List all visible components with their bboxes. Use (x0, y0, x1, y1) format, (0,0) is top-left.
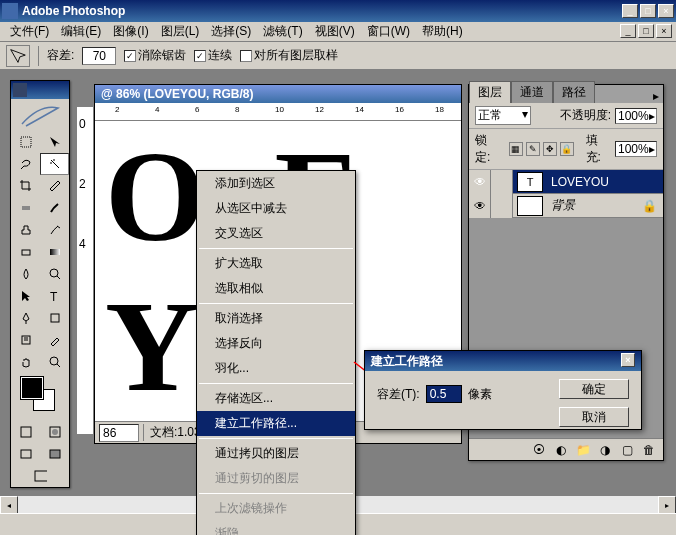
menu-image[interactable]: 图像(I) (107, 21, 154, 42)
layer-mask-icon[interactable]: ◐ (553, 442, 569, 458)
ctx-similar[interactable]: 选取相似 (197, 276, 355, 301)
heal-tool[interactable] (11, 197, 40, 219)
opacity-input[interactable]: 100%▸ (615, 108, 657, 124)
lock-move-icon[interactable]: ✥ (543, 142, 557, 156)
dialog-titlebar[interactable]: 建立工作路径 × (365, 351, 641, 371)
close-button[interactable]: × (658, 4, 674, 18)
link-slot[interactable] (491, 170, 513, 194)
layer-item[interactable]: 👁 背景 🔒 (469, 194, 663, 218)
ctx-intersect-selection[interactable]: 交叉选区 (197, 221, 355, 246)
ctx-save-selection[interactable]: 存储选区... (197, 386, 355, 411)
eraser-tool[interactable] (11, 241, 40, 263)
svg-text:T: T (50, 290, 58, 303)
maximize-button[interactable]: □ (640, 4, 656, 18)
antialias-checkbox[interactable]: ✓ (124, 50, 136, 62)
ctx-add-to-selection[interactable]: 添加到选区 (197, 171, 355, 196)
brush-tool[interactable] (40, 197, 69, 219)
history-brush-tool[interactable] (40, 219, 69, 241)
lock-transparent-icon[interactable]: ▦ (509, 142, 523, 156)
panel-menu-icon[interactable]: ▸ (649, 89, 663, 103)
adjustment-layer-icon[interactable]: ◑ (597, 442, 613, 458)
layer-name[interactable]: LOVEYOU (547, 175, 609, 189)
menu-help[interactable]: 帮助(H) (416, 21, 469, 42)
lasso-tool[interactable] (11, 153, 40, 175)
tolerance-dialog-input[interactable] (426, 385, 462, 403)
screen-mode-2-icon[interactable] (40, 443, 69, 465)
current-tool-icon[interactable] (6, 45, 30, 67)
menu-view[interactable]: 视图(V) (309, 21, 361, 42)
mdi-close-button[interactable]: × (656, 24, 672, 38)
menu-edit[interactable]: 编辑(E) (55, 21, 107, 42)
mdi-restore-button[interactable]: □ (638, 24, 654, 38)
standard-mode-icon[interactable] (11, 421, 40, 443)
marquee-tool[interactable] (11, 131, 40, 153)
layer-item[interactable]: 👁 T LOVEYOU (469, 170, 663, 194)
layer-name[interactable]: 背景 (547, 197, 575, 214)
new-layer-icon[interactable]: ▢ (619, 442, 635, 458)
quickmask-mode-icon[interactable] (40, 421, 69, 443)
menu-file[interactable]: 文件(F) (4, 21, 55, 42)
tab-layers[interactable]: 图层 (469, 81, 511, 103)
ctx-grow[interactable]: 扩大选取 (197, 251, 355, 276)
all-layers-checkbox[interactable] (240, 50, 252, 62)
color-swatches[interactable] (11, 373, 69, 421)
foreground-color-swatch[interactable] (21, 377, 43, 399)
lock-all-icon[interactable]: 🔒 (560, 142, 574, 156)
type-tool[interactable]: T (40, 285, 69, 307)
minimize-button[interactable]: _ (622, 4, 638, 18)
ctx-feather[interactable]: 羽化... (197, 356, 355, 381)
contiguous-checkbox[interactable]: ✓ (194, 50, 206, 62)
stamp-tool[interactable] (11, 219, 40, 241)
hand-tool[interactable] (11, 351, 40, 373)
fill-input[interactable]: 100%▸ (615, 141, 657, 157)
gradient-tool[interactable] (40, 241, 69, 263)
zoom-tool[interactable] (40, 351, 69, 373)
ctx-make-work-path[interactable]: 建立工作路径... (197, 411, 355, 436)
dialog-close-button[interactable]: × (621, 353, 635, 367)
tolerance-input[interactable] (82, 47, 116, 65)
new-set-icon[interactable]: 📁 (575, 442, 591, 458)
ctx-inverse[interactable]: 选择反向 (197, 331, 355, 356)
imageready-icon[interactable] (11, 465, 69, 487)
menu-filter[interactable]: 滤镜(T) (257, 21, 308, 42)
shape-tool[interactable] (40, 307, 69, 329)
ruler-horizontal: 2 4 6 8 10 12 14 16 18 (95, 103, 461, 121)
menu-layer[interactable]: 图层(L) (155, 21, 206, 42)
slice-tool[interactable] (40, 175, 69, 197)
menu-select[interactable]: 选择(S) (205, 21, 257, 42)
crop-tool[interactable] (11, 175, 40, 197)
blur-tool[interactable] (11, 263, 40, 285)
scroll-right-button[interactable]: ▸ (658, 496, 676, 514)
toolbox-titlebar[interactable] (11, 81, 69, 99)
menu-window[interactable]: 窗口(W) (361, 21, 416, 42)
wand-tool[interactable] (40, 153, 69, 175)
tab-paths[interactable]: 路径 (553, 81, 595, 103)
ctx-layer-via-copy[interactable]: 通过拷贝的图层 (197, 441, 355, 466)
visibility-icon[interactable]: 👁 (469, 170, 491, 194)
dodge-tool[interactable] (40, 263, 69, 285)
separator (199, 303, 353, 304)
document-title[interactable]: @ 86% (LOVEYOU, RGB/8) (95, 85, 461, 103)
mdi-minimize-button[interactable]: _ (620, 24, 636, 38)
zoom-input[interactable] (99, 424, 139, 442)
cancel-button[interactable]: 取消 (559, 407, 629, 427)
tab-channels[interactable]: 通道 (511, 81, 553, 103)
scroll-left-button[interactable]: ◂ (0, 496, 18, 514)
ctx-last-filter: 上次滤镜操作 (197, 496, 355, 521)
move-tool[interactable] (40, 131, 69, 153)
visibility-icon[interactable]: 👁 (469, 194, 491, 218)
blend-mode-select[interactable]: 正常▾ (475, 106, 531, 125)
lock-paint-icon[interactable]: ✎ (526, 142, 540, 156)
ctx-subtract-selection[interactable]: 从选区中减去 (197, 196, 355, 221)
delete-layer-icon[interactable]: 🗑 (641, 442, 657, 458)
ctx-deselect[interactable]: 取消选择 (197, 306, 355, 331)
eyedropper-tool[interactable] (40, 329, 69, 351)
link-slot[interactable] (491, 194, 513, 218)
path-select-tool[interactable] (11, 285, 40, 307)
ok-button[interactable]: 确定 (559, 379, 629, 399)
pen-tool[interactable] (11, 307, 40, 329)
layer-style-icon[interactable]: ⦿ (531, 442, 547, 458)
ctx-fade: 渐隐... (197, 521, 355, 535)
notes-tool[interactable] (11, 329, 40, 351)
screen-mode-1-icon[interactable] (11, 443, 40, 465)
